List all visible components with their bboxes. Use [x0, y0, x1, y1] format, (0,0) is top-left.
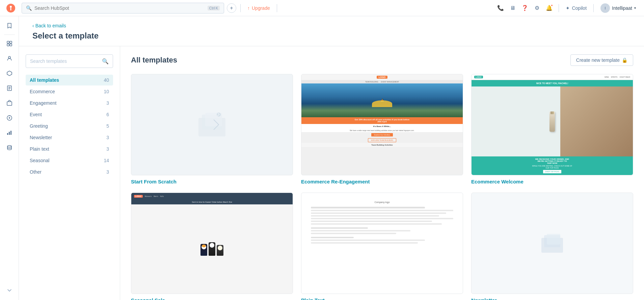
filter-item-newsletter[interactable]: Newsletter 3	[26, 132, 113, 143]
template-card-seasonal[interactable]: LOGO Women'sMen'sKid's Get it in time fo…	[131, 193, 293, 300]
back-link[interactable]: ‹ Back to emails	[32, 23, 630, 28]
monitor-icon: 🖥	[510, 5, 515, 11]
filter-label: Other	[30, 169, 42, 175]
copilot-button[interactable]: ✦ Copilot	[563, 5, 589, 11]
svg-rect-12	[7, 102, 12, 105]
svg-point-19	[7, 146, 11, 147]
search-input[interactable]	[34, 5, 205, 11]
templates-area: All templates Create new template 🔒	[120, 46, 644, 300]
filter-label: Seasonal	[30, 158, 49, 163]
filter-count: 3	[106, 169, 109, 175]
welcome-preview: LOGO WINESPIRITSCRAFT BEER NICE TO MEET …	[471, 74, 633, 175]
create-template-button[interactable]: Create new template 🔒	[570, 54, 633, 66]
top-nav: 🔍 Ctrl K + ↑ Upgrade 📞 🖥 ❓ ⚙ 🔔	[0, 0, 644, 16]
template-card-welcome[interactable]: LOGO WINESPIRITSCRAFT BEER NICE TO MEET …	[471, 74, 633, 184]
plain-preview: Company logo	[301, 193, 463, 294]
svg-point-7	[8, 56, 10, 58]
help-icon: ❓	[521, 5, 528, 11]
filter-sidebar: 🔍 All templates 40 Ecommerce 10 Engageme…	[19, 46, 120, 300]
main-wrapper: ‹ Back to emails Select a template 🔍 All…	[19, 16, 644, 300]
filter-item-engagement[interactable]: Engagement 3	[26, 98, 113, 108]
reengage-preview: LOGO TEAM BUILDINGEVENT MANAGEMENT 🚣	[301, 74, 463, 175]
template-name-reengage: Ecommerce Re-Engagement	[301, 179, 463, 184]
sidebar-item-content[interactable]	[3, 81, 16, 95]
page-header: ‹ Back to emails Select a template	[19, 16, 644, 46]
left-sidebar	[0, 16, 19, 300]
filter-item-ecommerce[interactable]: Ecommerce 10	[26, 86, 113, 97]
filter-label: Engagement	[30, 100, 56, 106]
search-icon: 🔍	[26, 5, 32, 11]
chevron-left-icon: ‹	[32, 23, 34, 28]
upgrade-button[interactable]: ↑ Upgrade	[245, 5, 273, 11]
sidebar-item-marketing[interactable]	[3, 67, 16, 80]
filter-search-container[interactable]: 🔍	[26, 54, 113, 68]
settings-button[interactable]: ⚙	[532, 3, 542, 14]
filter-item-plain-text[interactable]: Plain text 3	[26, 144, 113, 154]
template-card-scratch[interactable]: Start From Scratch	[131, 74, 293, 184]
template-search-input[interactable]	[30, 58, 99, 64]
notifications-button[interactable]: 🔔	[544, 3, 555, 14]
phone-icon: 📞	[497, 5, 504, 11]
nav-actions: 📞 🖥 ❓ ⚙ 🔔	[495, 3, 555, 14]
template-name-newsletter: Newsletter	[471, 297, 633, 300]
filter-count: 5	[106, 123, 109, 129]
filter-count: 40	[104, 77, 109, 83]
sidebar-item-contacts[interactable]	[3, 52, 16, 65]
template-name-welcome: Ecommerce Welcome	[471, 179, 633, 184]
nav-divider-2	[277, 4, 277, 12]
scratch-preview	[131, 74, 293, 175]
filter-item-greeting[interactable]: Greeting 5	[26, 121, 113, 131]
template-card-reengage[interactable]: LOGO TEAM BUILDINGEVENT MANAGEMENT 🚣	[301, 74, 463, 184]
filter-item-seasonal[interactable]: Seasonal 14	[26, 155, 113, 166]
sidebar-item-reports[interactable]	[3, 126, 16, 140]
scratch-icon	[192, 108, 232, 142]
nav-divider-4	[593, 4, 594, 12]
nav-divider-3	[559, 4, 559, 12]
template-name-seasonal: Seasonal Sale	[131, 297, 293, 300]
avatar: I	[600, 3, 610, 13]
seasonal-preview: LOGO Women'sMen'sKid's Get it in time fo…	[131, 193, 293, 294]
filter-label: Ecommerce	[30, 89, 55, 94]
svg-rect-2	[10, 8, 11, 10]
svg-point-14	[9, 117, 10, 119]
monitor-button[interactable]: 🖥	[507, 3, 518, 14]
svg-rect-18	[10, 131, 11, 135]
svg-point-23	[217, 112, 221, 117]
sidebar-item-automation[interactable]	[3, 111, 16, 125]
filter-count: 6	[106, 112, 109, 117]
add-button[interactable]: +	[227, 3, 236, 13]
sidebar-item-bookmarks[interactable]	[3, 19, 16, 32]
filter-count: 3	[106, 135, 109, 140]
copilot-icon: ✦	[566, 5, 570, 11]
sidebar-item-more[interactable]	[3, 284, 16, 297]
template-name-scratch: Start From Scratch	[131, 179, 293, 184]
template-card-plain[interactable]: Company logo	[301, 193, 463, 300]
page-title: Select a template	[32, 31, 630, 41]
sidebar-item-data[interactable]	[3, 141, 16, 154]
nav-divider-1	[240, 4, 241, 12]
svg-rect-6	[10, 44, 12, 46]
svg-rect-5	[7, 44, 9, 46]
content-area: 🔍 All templates 40 Ecommerce 10 Engageme…	[19, 46, 644, 300]
filter-item-all-templates[interactable]: All templates 40	[26, 75, 113, 85]
sidebar-item-commerce[interactable]	[3, 96, 16, 110]
svg-rect-28	[547, 234, 560, 245]
template-card-newsletter[interactable]: Newsletter	[471, 193, 633, 300]
help-button[interactable]: ❓	[519, 3, 530, 14]
gear-icon: ⚙	[535, 5, 539, 11]
filter-item-event[interactable]: Event 6	[26, 109, 113, 120]
global-search-bar[interactable]: 🔍 Ctrl K	[22, 3, 224, 14]
filter-count: 3	[106, 146, 109, 152]
filter-search-icon: 🔍	[102, 58, 109, 65]
phone-button[interactable]: 📞	[495, 3, 506, 14]
filter-label: Event	[30, 112, 42, 117]
sidebar-item-dashboard[interactable]	[3, 37, 16, 50]
svg-rect-16	[7, 133, 8, 135]
upgrade-icon: ↑	[247, 5, 250, 11]
filter-item-other[interactable]: Other 3	[26, 167, 113, 177]
hubspot-logo[interactable]	[5, 3, 16, 14]
svg-rect-4	[10, 41, 12, 43]
search-shortcut: Ctrl K	[208, 6, 220, 10]
user-menu-button[interactable]: I Intellipaat ▾	[598, 3, 639, 13]
filter-count: 3	[106, 100, 109, 106]
